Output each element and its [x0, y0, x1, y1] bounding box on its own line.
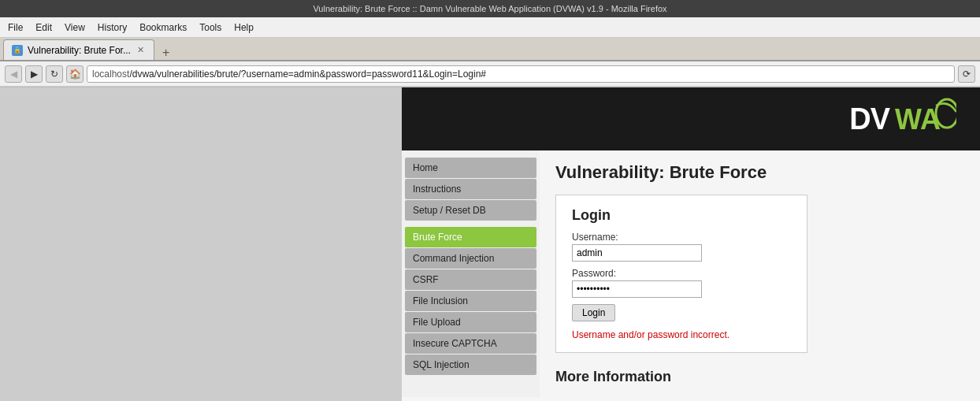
menu-view[interactable]: View	[60, 20, 90, 35]
nav-instructions[interactable]: Instructions	[405, 179, 536, 199]
nav-setup[interactable]: Setup / Reset DB	[405, 200, 536, 221]
menu-help[interactable]: Help	[229, 20, 258, 35]
menu-tools[interactable]: Tools	[195, 20, 226, 35]
new-tab-button[interactable]: +	[156, 46, 176, 60]
browser-content: DV WA Home Instructions Setup / Reset DB…	[0, 87, 980, 401]
login-button[interactable]: Login	[572, 304, 615, 321]
dvwa-logo-container: DV WA	[849, 98, 956, 141]
login-title: Login	[572, 207, 791, 224]
dvwa-app: DV WA Home Instructions Setup / Reset DB…	[402, 87, 980, 401]
dvwa-logo-text: DV	[849, 102, 889, 136]
nav-csrf[interactable]: CSRF	[405, 269, 536, 290]
login-box: Login Username: Password: Login Username…	[555, 195, 807, 353]
tab-label: Vulnerability: Brute For...	[28, 45, 131, 56]
url-protocol: localhost	[92, 69, 129, 80]
dvwa-logo-svg: WA	[893, 98, 956, 141]
nav-file-inclusion[interactable]: File Inclusion	[405, 291, 536, 311]
dvwa-sidebar: Home Instructions Setup / Reset DB Brute…	[402, 150, 540, 397]
forward-button[interactable]: ▶	[25, 65, 43, 83]
back-button[interactable]: ◀	[5, 65, 22, 83]
nav-home[interactable]: Home	[405, 158, 536, 178]
window-title: Vulnerability: Brute Force :: Damn Vulne…	[313, 4, 666, 13]
menu-edit[interactable]: Edit	[31, 20, 57, 35]
refresh-btn[interactable]: ⟳	[958, 65, 975, 83]
error-message: Username and/or password incorrect.	[572, 329, 791, 340]
reload-button[interactable]: ↻	[46, 65, 63, 83]
nav-file-upload[interactable]: File Upload	[405, 312, 536, 332]
dvwa-body: Home Instructions Setup / Reset DB Brute…	[402, 150, 980, 397]
more-info-title: More Information	[555, 369, 964, 385]
username-input[interactable]	[572, 244, 702, 262]
menu-history[interactable]: History	[93, 20, 132, 35]
svg-text:WA: WA	[895, 103, 941, 136]
url-input[interactable]: localhost /dvwa/vulnerabilities/brute/?u…	[87, 65, 955, 83]
menu-bookmarks[interactable]: Bookmarks	[135, 20, 191, 35]
tab-close-button[interactable]: ✕	[135, 44, 146, 56]
nav-insecure-captcha[interactable]: Insecure CAPTCHA	[405, 333, 536, 354]
left-panel	[0, 87, 402, 401]
password-input[interactable]	[572, 280, 702, 298]
dvwa-main: Vulnerability: Brute Force Login Usernam…	[540, 150, 980, 397]
tab-bar: 🔒 Vulnerability: Brute For... ✕ +	[0, 38, 980, 61]
password-label: Password:	[572, 268, 791, 279]
address-bar: ◀ ▶ ↻ 🏠 localhost /dvwa/vulnerabilities/…	[0, 61, 980, 87]
tab-favicon: 🔒	[12, 45, 23, 56]
menu-bar: File Edit View History Bookmarks Tools H…	[0, 17, 980, 38]
nav-brute-force[interactable]: Brute Force	[405, 227, 536, 247]
nav-command-injection[interactable]: Command Injection	[405, 248, 536, 269]
active-tab[interactable]: 🔒 Vulnerability: Brute For... ✕	[3, 39, 154, 60]
url-path: /dvwa/vulnerabilities/brute/?username=ad…	[129, 69, 486, 80]
title-bar: Vulnerability: Brute Force :: Damn Vulne…	[0, 0, 980, 17]
home-button[interactable]: 🏠	[66, 65, 84, 83]
menu-file[interactable]: File	[3, 20, 28, 35]
dvwa-header: DV WA	[402, 87, 980, 150]
nav-sql-injection[interactable]: SQL Injection	[405, 355, 536, 375]
page-title: Vulnerability: Brute Force	[555, 162, 964, 183]
username-label: Username:	[572, 232, 791, 243]
